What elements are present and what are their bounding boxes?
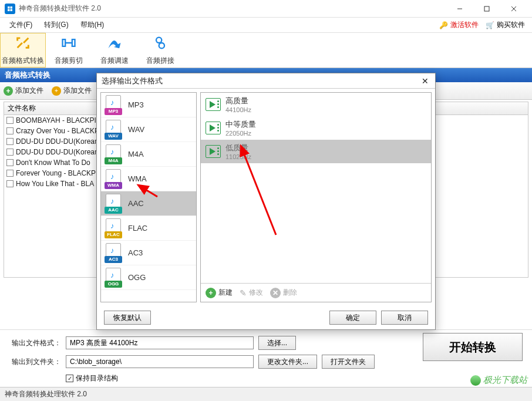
video-icon	[206, 122, 221, 134]
plus-icon: +	[206, 288, 216, 298]
menu-goto[interactable]: 转到(G)	[38, 18, 74, 32]
add-folder-label: 添加文件	[63, 86, 92, 96]
statusbar: 神奇音频转换处理软件 2.0	[0, 387, 532, 401]
add-file-button[interactable]: + 添加文件	[4, 86, 43, 96]
format-label: AAC	[128, 199, 144, 208]
watermark-icon	[470, 375, 481, 386]
quality-hz: 22050Hz	[225, 130, 256, 137]
change-folder-button[interactable]: 更改文件夹...	[258, 355, 317, 369]
file-name: DDU-DU DDU-DU(Korean	[16, 137, 99, 146]
keep-dir-label: 保持目录结构	[76, 373, 118, 383]
format-icon: ♪AAC	[105, 194, 123, 214]
out-format-value: MP3 高质量 44100Hz	[66, 336, 254, 349]
dialog-titlebar: 选择输出文件格式 ✕	[97, 73, 435, 89]
delete-quality-button[interactable]: ✕ 删除	[270, 288, 297, 298]
quality-item[interactable]: 低质量11025Hz	[201, 140, 431, 163]
format-label: MP3	[128, 100, 144, 109]
main-toolbar: 音频格式转换 音频剪切 音频调速 音频拼接	[0, 33, 532, 68]
format-label: FLAC	[128, 224, 147, 232]
add-file-label: 添加文件	[15, 86, 43, 96]
ok-button[interactable]: 确定	[329, 311, 376, 325]
format-label: M4A	[128, 150, 144, 159]
dialog-close-button[interactable]: ✕	[420, 76, 430, 86]
status-text: 神奇音频转换处理软件 2.0	[5, 389, 87, 399]
menu-help[interactable]: 帮助(H)	[75, 18, 110, 32]
tool-cut[interactable]: 音频剪切	[46, 33, 92, 68]
out-folder-label: 输出到文件夹：	[7, 357, 61, 367]
activate-link[interactable]: 🔑 激活软件	[436, 20, 482, 30]
maximize-button[interactable]	[473, 0, 500, 18]
format-item-aac[interactable]: ♪AACAAC	[101, 191, 196, 216]
cancel-button[interactable]: 取消	[381, 311, 428, 325]
tool-cut-label: 音频剪切	[55, 56, 83, 66]
tool-join[interactable]: 音频拼接	[137, 33, 183, 68]
tool-speed-label: 音频调速	[100, 56, 129, 66]
new-quality-button[interactable]: + 新建	[206, 288, 233, 298]
close-button[interactable]	[500, 0, 527, 18]
dialog-title: 选择输出文件格式	[102, 76, 163, 86]
format-item-ac3[interactable]: ♪AC3AC3	[101, 241, 196, 265]
tool-convert-label: 音频格式转换	[2, 56, 44, 66]
quality-toolbar: + 新建 ✎ 修改 ✕ 删除	[201, 283, 431, 302]
video-icon	[206, 98, 221, 111]
tool-speed[interactable]: 音频调速	[92, 33, 137, 68]
format-icon: ♪OGG	[105, 268, 123, 288]
tool-convert[interactable]: 音频格式转换	[0, 33, 46, 68]
row-checkbox[interactable]	[6, 127, 14, 134]
select-format-button[interactable]: 选择...	[258, 336, 296, 350]
quality-hz: 44100Hz	[225, 106, 251, 113]
start-convert-button[interactable]: 开始转换	[423, 333, 523, 361]
file-name: BOOMBAYAH - BLACKPIN	[16, 116, 102, 124]
quality-item[interactable]: 高质量44100Hz	[201, 93, 431, 116]
window-controls	[446, 0, 527, 18]
plus-icon: +	[4, 86, 13, 96]
quality-list[interactable]: 高质量44100Hz中等质量22050Hz低质量11025Hz	[201, 93, 431, 283]
open-folder-button[interactable]: 打开文件夹	[322, 355, 375, 369]
folder-plus-icon: +	[52, 86, 61, 96]
menubar: 文件(F) 转到(G) 帮助(H) 🔑 激活软件 🛒 购买软件	[0, 18, 532, 33]
cut-icon	[60, 35, 77, 55]
file-name: DDU-DU DDU-DU(Korean	[16, 148, 99, 156]
quality-name: 低质量	[225, 143, 251, 153]
buy-link[interactable]: 🛒 购买软件	[482, 20, 528, 30]
video-icon	[206, 145, 221, 158]
file-name: Forever Young - BLACKPI	[16, 169, 97, 177]
format-item-flac[interactable]: ♪FLACFLAC	[101, 216, 196, 241]
restore-default-button[interactable]: 恢复默认	[104, 311, 151, 325]
format-item-mp3[interactable]: ♪MP3MP3	[101, 93, 196, 117]
pencil-icon: ✎	[240, 288, 247, 298]
format-list[interactable]: ♪MP3MP3♪WAVWAV♪M4AM4A♪WMAWMA♪AACAAC♪FLAC…	[100, 92, 197, 302]
row-checkbox[interactable]	[6, 180, 14, 187]
minimize-button[interactable]	[446, 0, 473, 18]
cart-icon: 🛒	[486, 21, 494, 29]
file-name: Crazy Over You - BLACKP	[16, 127, 99, 135]
row-checkbox[interactable]	[6, 170, 14, 177]
quality-item[interactable]: 中等质量22050Hz	[201, 116, 431, 140]
row-checkbox[interactable]	[6, 159, 14, 166]
format-item-wma[interactable]: ♪WMAWMA	[101, 167, 196, 191]
tool-join-label: 音频拼接	[146, 56, 174, 66]
app-icon	[5, 4, 15, 14]
file-name: Don't Know What To Do	[16, 159, 90, 167]
keep-dir-checkbox[interactable]: ✓	[66, 375, 73, 382]
format-item-wav[interactable]: ♪WAVWAV	[101, 117, 196, 142]
edit-quality-button[interactable]: ✎ 修改	[240, 288, 263, 298]
format-item-m4a[interactable]: ♪M4AM4A	[101, 142, 196, 167]
file-name: How You Like That - BLA	[16, 180, 94, 188]
row-checkbox[interactable]	[6, 117, 14, 124]
row-checkbox[interactable]	[6, 149, 14, 156]
add-folder-button[interactable]: + 添加文件	[52, 86, 92, 96]
format-label: OGG	[128, 273, 146, 282]
row-checkbox[interactable]	[6, 138, 14, 145]
menu-file[interactable]: 文件(F)	[4, 18, 38, 32]
keep-dir-row[interactable]: ✓ 保持目录结构	[66, 373, 525, 383]
format-icon: ♪WAV	[105, 120, 123, 140]
out-folder-value[interactable]: C:\blob_storage\	[66, 355, 254, 368]
quality-hz: 11025Hz	[225, 153, 251, 160]
titlebar: 神奇音频转换处理软件 2.0	[0, 0, 532, 18]
format-icon: ♪AC3	[105, 243, 123, 263]
format-item-ogg[interactable]: ♪OGGOGG	[101, 265, 196, 290]
format-icon: ♪M4A	[105, 144, 123, 164]
format-label: WAV	[128, 125, 144, 134]
speed-icon	[106, 35, 123, 55]
